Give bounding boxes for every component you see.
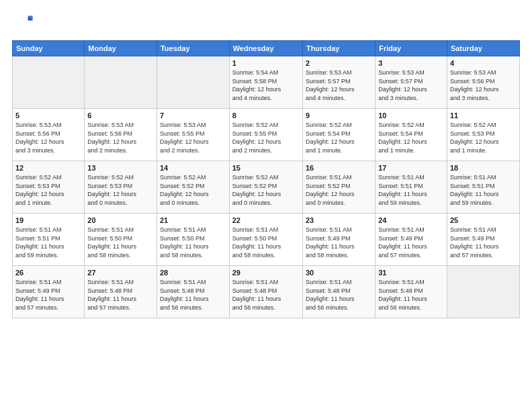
day-detail: Sunrise: 5:51 AM Sunset: 5:48 PM Dayligh… <box>232 278 300 312</box>
calendar-cell: 11Sunrise: 5:52 AM Sunset: 5:53 PM Dayli… <box>447 109 519 161</box>
header <box>12 12 520 34</box>
week-row-3: 19Sunrise: 5:51 AM Sunset: 5:51 PM Dayli… <box>13 214 520 266</box>
calendar-cell: 10Sunrise: 5:52 AM Sunset: 5:54 PM Dayli… <box>375 109 447 161</box>
day-number: 13 <box>87 164 154 172</box>
page: SundayMondayTuesdayWednesdayThursdayFrid… <box>0 0 532 411</box>
header-day-thursday: Thursday <box>302 41 375 56</box>
day-detail: Sunrise: 5:51 AM Sunset: 5:52 PM Dayligh… <box>306 173 372 207</box>
calendar-cell: 1Sunrise: 5:54 AM Sunset: 5:58 PM Daylig… <box>229 56 302 109</box>
calendar-cell: 12Sunrise: 5:52 AM Sunset: 5:53 PM Dayli… <box>13 161 85 214</box>
day-detail: Sunrise: 5:54 AM Sunset: 5:58 PM Dayligh… <box>232 68 300 102</box>
day-number: 5 <box>15 111 81 120</box>
day-detail: Sunrise: 5:52 AM Sunset: 5:53 PM Dayligh… <box>450 121 517 154</box>
day-detail: Sunrise: 5:53 AM Sunset: 5:56 PM Dayligh… <box>87 121 154 154</box>
day-number: 22 <box>232 216 300 224</box>
calendar-cell <box>447 266 519 318</box>
day-number: 3 <box>378 59 444 67</box>
header-day-friday: Friday <box>375 41 447 56</box>
calendar-cell: 29Sunrise: 5:51 AM Sunset: 5:48 PM Dayli… <box>229 266 302 318</box>
header-day-sunday: Sunday <box>13 41 85 56</box>
calendar-cell: 21Sunrise: 5:51 AM Sunset: 5:50 PM Dayli… <box>157 214 229 266</box>
calendar-cell: 14Sunrise: 5:52 AM Sunset: 5:52 PM Dayli… <box>157 161 229 214</box>
day-number: 26 <box>15 269 81 277</box>
day-detail: Sunrise: 5:52 AM Sunset: 5:54 PM Dayligh… <box>378 121 444 154</box>
calendar-cell: 17Sunrise: 5:51 AM Sunset: 5:51 PM Dayli… <box>375 161 447 214</box>
day-number: 12 <box>15 164 81 172</box>
day-detail: Sunrise: 5:53 AM Sunset: 5:55 PM Dayligh… <box>160 121 226 154</box>
week-row-2: 12Sunrise: 5:52 AM Sunset: 5:53 PM Dayli… <box>13 161 520 214</box>
calendar-cell: 30Sunrise: 5:51 AM Sunset: 5:48 PM Dayli… <box>302 266 375 318</box>
day-number: 14 <box>160 164 226 172</box>
day-detail: Sunrise: 5:51 AM Sunset: 5:48 PM Dayligh… <box>87 278 154 312</box>
calendar-cell: 5Sunrise: 5:53 AM Sunset: 5:56 PM Daylig… <box>13 109 85 161</box>
header-day-saturday: Saturday <box>447 41 519 56</box>
logo <box>12 12 34 34</box>
day-detail: Sunrise: 5:51 AM Sunset: 5:51 PM Dayligh… <box>450 173 517 207</box>
day-number: 29 <box>232 269 300 277</box>
calendar-cell: 8Sunrise: 5:52 AM Sunset: 5:55 PM Daylig… <box>229 109 302 161</box>
day-detail: Sunrise: 5:51 AM Sunset: 5:48 PM Dayligh… <box>306 278 372 312</box>
calendar-cell: 22Sunrise: 5:51 AM Sunset: 5:50 PM Dayli… <box>229 214 302 266</box>
calendar-cell: 19Sunrise: 5:51 AM Sunset: 5:51 PM Dayli… <box>13 214 85 266</box>
week-row-4: 26Sunrise: 5:51 AM Sunset: 5:49 PM Dayli… <box>13 266 520 318</box>
calendar-cell: 9Sunrise: 5:52 AM Sunset: 5:54 PM Daylig… <box>302 109 375 161</box>
calendar-cell: 15Sunrise: 5:52 AM Sunset: 5:52 PM Dayli… <box>229 161 302 214</box>
day-number: 23 <box>306 216 372 224</box>
day-detail: Sunrise: 5:51 AM Sunset: 5:49 PM Dayligh… <box>378 226 444 259</box>
day-detail: Sunrise: 5:51 AM Sunset: 5:49 PM Dayligh… <box>450 226 517 259</box>
calendar-cell <box>13 56 85 109</box>
day-detail: Sunrise: 5:52 AM Sunset: 5:52 PM Dayligh… <box>232 173 300 207</box>
week-row-0: 1Sunrise: 5:54 AM Sunset: 5:58 PM Daylig… <box>13 56 520 109</box>
day-number: 1 <box>232 59 300 67</box>
day-number: 4 <box>450 59 517 67</box>
calendar-header: SundayMondayTuesdayWednesdayThursdayFrid… <box>13 41 520 56</box>
day-detail: Sunrise: 5:53 AM Sunset: 5:56 PM Dayligh… <box>15 121 81 154</box>
day-detail: Sunrise: 5:53 AM Sunset: 5:56 PM Dayligh… <box>450 68 517 102</box>
day-number: 18 <box>450 164 517 172</box>
header-row: SundayMondayTuesdayWednesdayThursdayFrid… <box>13 41 520 56</box>
day-detail: Sunrise: 5:53 AM Sunset: 5:57 PM Dayligh… <box>306 68 372 102</box>
day-number: 31 <box>378 269 444 277</box>
day-number: 6 <box>87 111 154 120</box>
day-detail: Sunrise: 5:52 AM Sunset: 5:52 PM Dayligh… <box>160 173 226 207</box>
day-detail: Sunrise: 5:51 AM Sunset: 5:48 PM Dayligh… <box>160 278 226 312</box>
calendar-cell: 13Sunrise: 5:52 AM Sunset: 5:53 PM Dayli… <box>85 161 157 214</box>
day-number: 25 <box>450 216 517 224</box>
calendar-cell: 6Sunrise: 5:53 AM Sunset: 5:56 PM Daylig… <box>85 109 157 161</box>
calendar-cell: 24Sunrise: 5:51 AM Sunset: 5:49 PM Dayli… <box>375 214 447 266</box>
day-detail: Sunrise: 5:51 AM Sunset: 5:51 PM Dayligh… <box>378 173 444 207</box>
day-detail: Sunrise: 5:51 AM Sunset: 5:48 PM Dayligh… <box>378 278 444 312</box>
calendar-cell: 31Sunrise: 5:51 AM Sunset: 5:48 PM Dayli… <box>375 266 447 318</box>
day-number: 17 <box>378 164 444 172</box>
calendar-cell: 16Sunrise: 5:51 AM Sunset: 5:52 PM Dayli… <box>302 161 375 214</box>
day-detail: Sunrise: 5:51 AM Sunset: 5:49 PM Dayligh… <box>15 278 81 312</box>
day-number: 2 <box>306 59 372 67</box>
calendar-cell: 23Sunrise: 5:51 AM Sunset: 5:49 PM Dayli… <box>302 214 375 266</box>
day-detail: Sunrise: 5:51 AM Sunset: 5:51 PM Dayligh… <box>15 226 81 259</box>
calendar-cell: 4Sunrise: 5:53 AM Sunset: 5:56 PM Daylig… <box>447 56 519 109</box>
calendar-cell: 7Sunrise: 5:53 AM Sunset: 5:55 PM Daylig… <box>157 109 229 161</box>
calendar-cell: 2Sunrise: 5:53 AM Sunset: 5:57 PM Daylig… <box>302 56 375 109</box>
calendar-body: 1Sunrise: 5:54 AM Sunset: 5:58 PM Daylig… <box>13 56 520 318</box>
week-row-1: 5Sunrise: 5:53 AM Sunset: 5:56 PM Daylig… <box>13 109 520 161</box>
calendar-cell: 28Sunrise: 5:51 AM Sunset: 5:48 PM Dayli… <box>157 266 229 318</box>
calendar-cell: 3Sunrise: 5:53 AM Sunset: 5:57 PM Daylig… <box>375 56 447 109</box>
calendar-table: SundayMondayTuesdayWednesdayThursdayFrid… <box>12 40 520 318</box>
calendar-cell: 25Sunrise: 5:51 AM Sunset: 5:49 PM Dayli… <box>447 214 519 266</box>
day-detail: Sunrise: 5:52 AM Sunset: 5:53 PM Dayligh… <box>15 173 81 207</box>
calendar-cell: 27Sunrise: 5:51 AM Sunset: 5:48 PM Dayli… <box>85 266 157 318</box>
day-number: 28 <box>160 269 226 277</box>
day-number: 19 <box>15 216 81 224</box>
day-number: 21 <box>160 216 226 224</box>
calendar-cell: 26Sunrise: 5:51 AM Sunset: 5:49 PM Dayli… <box>13 266 85 318</box>
header-day-tuesday: Tuesday <box>157 41 229 56</box>
day-detail: Sunrise: 5:52 AM Sunset: 5:55 PM Dayligh… <box>232 121 300 154</box>
logo-icon <box>15 12 34 31</box>
day-detail: Sunrise: 5:51 AM Sunset: 5:49 PM Dayligh… <box>306 226 372 259</box>
day-detail: Sunrise: 5:52 AM Sunset: 5:54 PM Dayligh… <box>306 121 372 154</box>
day-detail: Sunrise: 5:53 AM Sunset: 5:57 PM Dayligh… <box>378 68 444 102</box>
calendar-cell <box>157 56 229 109</box>
header-day-monday: Monday <box>85 41 157 56</box>
day-detail: Sunrise: 5:51 AM Sunset: 5:50 PM Dayligh… <box>87 226 154 259</box>
day-detail: Sunrise: 5:51 AM Sunset: 5:50 PM Dayligh… <box>160 226 226 259</box>
